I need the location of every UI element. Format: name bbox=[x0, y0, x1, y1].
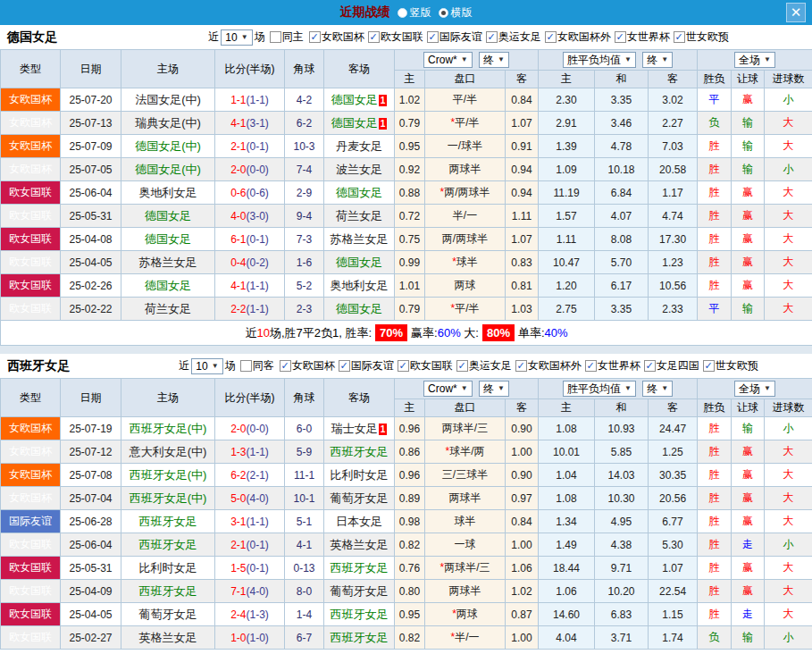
odds-company-select[interactable]: Crow*▼ bbox=[423, 52, 473, 68]
fulltime-score: 1-3 bbox=[230, 446, 246, 458]
radio-icon bbox=[398, 8, 407, 18]
match-row: 欧女国联25-04-05葡萄牙女足2-4(1-3)1-4西班牙女足0.95*两球… bbox=[1, 603, 812, 626]
final-odds-select[interactable]: 终▼ bbox=[642, 381, 673, 397]
match-row: 欧女国联25-04-09西班牙女足7-1(4-0)8-0葡萄牙女足0.80两球半… bbox=[1, 580, 812, 603]
handicap-away-odds: 1.03 bbox=[506, 298, 539, 321]
score-cell: 1-3(1-1) bbox=[215, 440, 285, 464]
result-wdl: 胜 bbox=[698, 158, 732, 181]
league-filter-checkbox[interactable]: ✓奥运女足 bbox=[486, 29, 541, 45]
league-filter-checkbox[interactable]: ✓女欧国杯 bbox=[309, 29, 364, 45]
avg-draw-odds: 14.03 bbox=[595, 464, 649, 487]
result-goals: 大 bbox=[765, 464, 812, 487]
col-date: 日期 bbox=[61, 379, 121, 417]
chevron-down-icon: ▼ bbox=[212, 360, 219, 373]
live-odds-star-icon: * bbox=[452, 608, 456, 620]
halftime-score: (1-3) bbox=[247, 608, 269, 621]
league-filter-checkbox[interactable]: ✓国际友谊 bbox=[339, 358, 394, 373]
fulltime-score: 4-0 bbox=[230, 210, 246, 222]
league-filter-checkbox[interactable]: ✓女世界杯 bbox=[585, 358, 640, 373]
league-type-badge: 欧女国联 bbox=[1, 205, 61, 228]
team-name: 西班牙女足 bbox=[0, 358, 125, 374]
league-filter-checkbox[interactable]: ✓欧女国联 bbox=[368, 29, 423, 45]
corner-score: 2-3 bbox=[285, 298, 324, 321]
avg-win-odds: 4.04 bbox=[539, 626, 595, 650]
handicap-home-odds: 0.82 bbox=[395, 626, 425, 650]
avg-win-odds: 11.19 bbox=[539, 181, 595, 205]
fulltime-score: 2-1 bbox=[230, 140, 246, 153]
handicap-home-odds: 0.98 bbox=[395, 510, 425, 533]
avg-draw-odds: 10.18 bbox=[595, 158, 649, 181]
avg-odds-select[interactable]: 胜平负均值▼ bbox=[563, 52, 636, 68]
avg-lose-odds: 20.58 bbox=[649, 158, 698, 181]
league-filter-checkbox[interactable]: ✓世女欧预 bbox=[674, 29, 729, 45]
home-team-name: 英格兰女足 bbox=[121, 626, 215, 650]
home-team-name: 西班牙女足 bbox=[121, 533, 215, 557]
result-handicap: 输 bbox=[732, 158, 765, 181]
halftime-score: (1-1) bbox=[247, 446, 269, 458]
score-cell: 1-0(1-0) bbox=[215, 626, 285, 650]
recent-count-select[interactable]: 10▼ bbox=[221, 29, 252, 46]
handicap-home-odds: 0.86 bbox=[395, 440, 425, 464]
league-filter-checkbox[interactable]: ✓国际友谊 bbox=[427, 29, 482, 45]
vertical-layout-radio[interactable]: 竖版 bbox=[398, 5, 431, 21]
live-odds-star-icon: * bbox=[452, 256, 456, 268]
home-team-name: 苏格兰女足 bbox=[121, 251, 215, 274]
result-wdl: 胜 bbox=[698, 135, 732, 158]
match-date: 25-07-08 bbox=[61, 464, 121, 487]
same-venue-checkbox[interactable]: 同客 bbox=[240, 358, 274, 373]
avg-lose-odds: 30.35 bbox=[649, 464, 698, 487]
league-filter-checkbox[interactable]: ✓女欧国杯外 bbox=[515, 358, 582, 373]
corner-score: 5-1 bbox=[285, 510, 324, 533]
handicap-away-odds: 1.00 bbox=[506, 440, 539, 464]
checkbox-checked-icon: ✓ bbox=[368, 31, 380, 43]
match-date: 25-07-04 bbox=[61, 487, 121, 510]
handicap-away-odds: 0.87 bbox=[506, 603, 539, 626]
league-type-badge: 欧女国联 bbox=[1, 557, 61, 580]
full-match-select[interactable]: 全场▼ bbox=[734, 52, 775, 68]
league-filter-checkbox[interactable]: ✓女足四国 bbox=[644, 358, 699, 373]
result-handicap: 赢 bbox=[732, 487, 765, 510]
checkbox-checked-icon: ✓ bbox=[674, 31, 685, 43]
checkbox-checked-icon: ✓ bbox=[703, 360, 715, 372]
handicap-away-odds: 0.91 bbox=[506, 135, 539, 158]
halftime-score: (1-1) bbox=[247, 280, 269, 292]
halftime-score: (4-0) bbox=[247, 492, 269, 505]
league-filter-checkbox[interactable]: ✓女欧国杯外 bbox=[545, 29, 611, 45]
final-odds-select[interactable]: 终▼ bbox=[479, 52, 509, 68]
match-row: 欧女国联25-04-08德国女足6-1(0-1)7-3苏格兰女足0.75两/两球… bbox=[1, 228, 812, 251]
corner-score: 4-1 bbox=[285, 533, 324, 557]
league-filter-checkbox[interactable]: ✓女欧国杯 bbox=[280, 358, 335, 373]
handicap-home-odds: 0.92 bbox=[395, 158, 425, 181]
league-filter-checkbox[interactable]: ✓世女欧预 bbox=[703, 358, 758, 373]
result-goals: 大 bbox=[765, 298, 812, 321]
odds-company-select[interactable]: Crow*▼ bbox=[423, 381, 473, 397]
result-handicap: 赢 bbox=[732, 251, 765, 274]
filter-bar: 近 10▼ 场 同主 ✓女欧国杯✓欧女国联✓国际友谊✓奥运女足✓女欧国杯外✓女世… bbox=[125, 29, 812, 46]
corner-score: 6-2 bbox=[285, 112, 324, 135]
same-venue-checkbox[interactable]: 同主 bbox=[270, 29, 304, 45]
halftime-score: (0-6) bbox=[247, 187, 269, 199]
stats-summary: 近10场,胜7平2负1, 胜率:70%赢率:60% 大:80%单率:40% bbox=[1, 321, 812, 346]
avg-win-odds: 2.75 bbox=[539, 298, 595, 321]
league-filter-checkbox[interactable]: ✓欧女国联 bbox=[398, 358, 453, 373]
filter-bar: 近 10▼ 场 同客 ✓女欧国杯✓国际友谊✓欧女国联✓奥运女足✓女欧国杯外✓女世… bbox=[125, 358, 812, 374]
league-filter-checkbox[interactable]: ✓女世界杯 bbox=[615, 29, 670, 45]
final-odds-select[interactable]: 终▼ bbox=[479, 381, 509, 397]
section-header: 西班牙女足 近 10▼ 场 同客 ✓女欧国杯✓国际友谊✓欧女国联✓奥运女足✓女欧… bbox=[0, 354, 812, 378]
match-date: 25-04-08 bbox=[61, 228, 121, 251]
close-button[interactable]: ✕ bbox=[786, 3, 806, 22]
league-filter-checkbox[interactable]: ✓奥运女足 bbox=[456, 358, 512, 373]
handicap-line: 两球半/三 bbox=[425, 417, 506, 440]
avg-odds-select[interactable]: 胜平负均值▼ bbox=[563, 381, 636, 397]
avg-draw-odds: 4.78 bbox=[595, 135, 649, 158]
handicap-home-odds: 0.79 bbox=[395, 298, 425, 321]
home-team-name: 西班牙女足(中) bbox=[121, 417, 215, 440]
full-match-select[interactable]: 全场▼ bbox=[734, 381, 775, 397]
final-odds-select[interactable]: 终▼ bbox=[642, 52, 673, 68]
chevron-down-icon: ▼ bbox=[661, 382, 668, 395]
halftime-score: (2-1) bbox=[247, 469, 269, 482]
horizontal-layout-radio[interactable]: 横版 bbox=[439, 5, 473, 21]
league-type-badge: 欧女国联 bbox=[1, 181, 61, 205]
handicap-home-odds: 0.75 bbox=[395, 228, 425, 251]
recent-count-select[interactable]: 10▼ bbox=[191, 358, 222, 374]
